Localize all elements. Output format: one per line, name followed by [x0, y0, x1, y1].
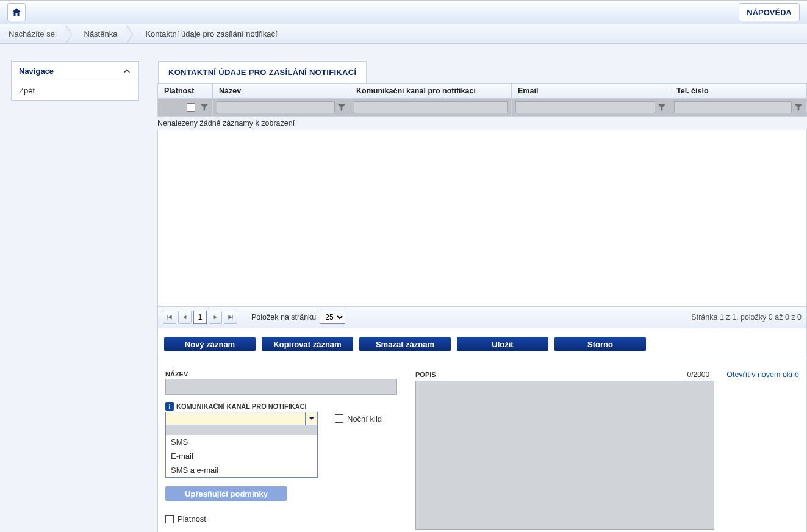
chevron-right-icon	[66, 24, 74, 43]
nocni-klid-checkbox[interactable]	[335, 414, 343, 423]
save-button[interactable]: Uložit	[457, 337, 548, 351]
page-title: KONTAKTNÍ ÚDAJE PRO ZASÍLÁNÍ NOTIFIKACÍ	[158, 61, 367, 83]
page-number-input[interactable]	[193, 311, 207, 324]
dropdown-item[interactable]: SMS	[166, 435, 317, 449]
pager-next-button[interactable]	[209, 311, 222, 324]
chevron-down-icon[interactable]	[305, 412, 317, 425]
sidebar: Navigace Zpět	[11, 61, 139, 101]
breadcrumb-item[interactable]: Kontaktní údaje pro zasílání notifikací	[135, 24, 287, 43]
form-right-column: POPIS 0/2000 Otevřít v novém okně	[415, 370, 799, 531]
top-bar: NÁPOVĚDA	[0, 0, 807, 24]
chevron-right-icon	[127, 24, 135, 43]
help-button[interactable]: NÁPOVĚDA	[739, 3, 800, 21]
pager-last-button[interactable]	[224, 311, 237, 324]
filter-platnost-checkbox[interactable]	[187, 103, 195, 112]
platnost-checkbox-row: Platnost	[165, 514, 206, 523]
funnel-icon[interactable]	[658, 103, 666, 112]
pager-first-button[interactable]	[163, 311, 176, 324]
required-icon	[165, 402, 174, 411]
page-size-label: Položek na stránku	[251, 313, 316, 322]
nav-title: Navigace	[19, 66, 54, 76]
main-content: KONTAKTNÍ ÚDAJE PRO ZASÍLÁNÍ NOTIFIKACÍ …	[157, 61, 807, 532]
actions-bar: Nový záznam Kopírovat záznam Smazat zázn…	[157, 328, 807, 359]
pager-info: Stránka 1 z 1, položky 0 až 0 z 0	[691, 313, 802, 322]
form-left-column: NÁZEV KOMUNIKAČNÍ KANÁL PRO NOTIFIKACI	[165, 370, 397, 531]
new-button[interactable]: Nový záznam	[164, 337, 256, 351]
upresnujici-button[interactable]: Upřesňující podmínky	[165, 486, 287, 501]
platnost-label: Platnost	[178, 514, 206, 523]
popis-label: POPIS	[415, 371, 436, 378]
nocni-klid-label: Noční klid	[347, 414, 382, 423]
page-size-select[interactable]: 25	[320, 311, 345, 324]
column-header-kanal[interactable]: Komunikační kanál pro notifikaci	[350, 84, 512, 99]
funnel-icon[interactable]	[794, 103, 803, 112]
home-button[interactable]	[7, 3, 26, 21]
open-new-window-link[interactable]: Otevřít v novém okně	[726, 370, 799, 379]
nav-back-link[interactable]: Zpět	[12, 81, 138, 100]
table-header-row: Platnost Název Komunikační kanál pro not…	[158, 84, 807, 99]
kanal-dropdown: SMS E-mail SMS a e-mail	[165, 425, 318, 478]
filter-kanal-input[interactable]	[354, 101, 508, 113]
dropdown-item[interactable]: SMS a e-mail	[166, 463, 317, 477]
column-header-nazev[interactable]: Název	[213, 84, 350, 99]
table-body	[157, 130, 807, 307]
nocni-klid-checkbox-row: Noční klid	[335, 414, 382, 423]
no-records-label: Nenalezeny žádné záznamy k zobrazení	[157, 117, 807, 130]
page-layout: Navigace Zpět KONTAKTNÍ ÚDAJE PRO ZASÍLÁ…	[0, 44, 807, 532]
kanal-combobox[interactable]	[165, 412, 318, 425]
nazev-input[interactable]	[165, 379, 397, 395]
chevron-up-icon	[123, 67, 131, 76]
breadcrumb-item[interactable]: Nástěnka	[74, 24, 127, 43]
filter-nazev-input[interactable]	[217, 101, 335, 113]
nazev-label: NÁZEV	[165, 370, 397, 378]
kanal-combobox-input[interactable]	[166, 412, 305, 425]
detail-form: NÁZEV KOMUNIKAČNÍ KANÁL PRO NOTIFIKACI	[157, 359, 807, 532]
home-icon	[11, 7, 22, 18]
popis-textarea[interactable]	[415, 381, 714, 530]
funnel-icon[interactable]	[200, 103, 209, 112]
nav-panel: Navigace Zpět	[11, 61, 139, 101]
records-table: Platnost Název Komunikační kanál pro not…	[157, 83, 807, 117]
nav-header[interactable]: Navigace	[12, 62, 138, 81]
column-header-email[interactable]: Email	[512, 84, 670, 99]
filter-row	[158, 99, 807, 117]
kanal-label: KOMUNIKAČNÍ KANÁL PRO NOTIFIKACI	[165, 402, 397, 411]
dropdown-item-blank[interactable]	[166, 425, 317, 435]
breadcrumb: Nacházíte se: Nástěnka Kontaktní údaje p…	[0, 24, 807, 44]
platnost-checkbox[interactable]	[165, 515, 174, 523]
dropdown-item[interactable]: E-mail	[166, 449, 317, 463]
cancel-button[interactable]: Storno	[554, 337, 646, 351]
delete-button[interactable]: Smazat záznam	[359, 337, 451, 351]
filter-email-input[interactable]	[515, 101, 655, 113]
filter-tel-input[interactable]	[674, 101, 792, 113]
column-header-platnost[interactable]: Platnost	[158, 84, 213, 99]
column-header-tel[interactable]: Tel. číslo	[670, 84, 807, 99]
pager-prev-button[interactable]	[178, 311, 192, 324]
copy-button[interactable]: Kopírovat záznam	[262, 337, 353, 351]
pager-bar: Položek na stránku 25 Stránka 1 z 1, pol…	[157, 307, 807, 328]
funnel-icon[interactable]	[337, 103, 346, 112]
breadcrumb-label: Nacházíte se:	[0, 24, 66, 43]
char-counter: 0/2000	[687, 370, 709, 379]
